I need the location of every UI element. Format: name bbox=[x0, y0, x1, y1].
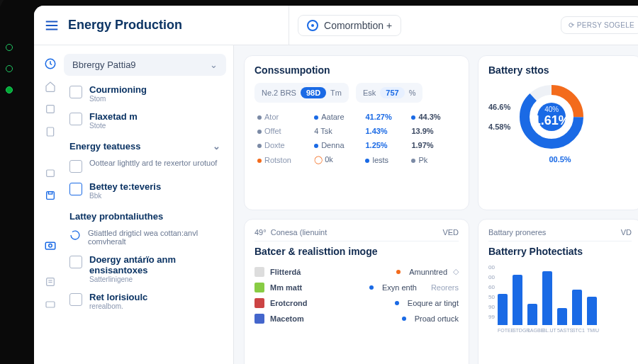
chevron-down-icon: ⌄ bbox=[213, 141, 220, 152]
consumption-table: AtorAatare41.27%44.3% Offet4 Tsk1.43%13.… bbox=[254, 110, 459, 167]
menu-icon[interactable] bbox=[44, 18, 60, 33]
x-tick: TMIU bbox=[587, 328, 598, 333]
card-title: Batterry Photectiats bbox=[488, 246, 632, 257]
page-title: Energy Production bbox=[68, 18, 182, 33]
home-icon[interactable] bbox=[43, 79, 57, 93]
sidebar-item[interactable]: Bettey te:teverisBbk bbox=[64, 177, 226, 204]
sidebar-group-energy-teatuess[interactable]: Energy teatuess ⌄ bbox=[64, 134, 226, 154]
svg-rect-5 bbox=[47, 127, 53, 136]
chevron-down-icon: ⌄ bbox=[210, 59, 218, 70]
sidebar-item[interactable]: Oottear lighttly ard te rexertor urotuof bbox=[64, 154, 226, 177]
item-icon bbox=[69, 293, 82, 306]
table-row: AtorAatare41.27%44.3% bbox=[254, 110, 459, 124]
svg-rect-4 bbox=[47, 106, 55, 113]
svg-point-10 bbox=[49, 244, 52, 248]
x-tick: 5ASTS bbox=[557, 328, 569, 333]
flag-icon bbox=[254, 283, 264, 292]
bar bbox=[527, 304, 537, 325]
battery-left-val: 46.6% bbox=[488, 103, 510, 111]
item-icon bbox=[69, 86, 82, 98]
batcer-realisation-card: 49° Conesa (lienuint VED Batcer & realis… bbox=[244, 219, 469, 365]
bar bbox=[572, 290, 582, 325]
svg-rect-11 bbox=[47, 278, 55, 286]
pill-value: 98D bbox=[301, 87, 326, 98]
consumption-card: Conssumpotion Ne.2 BRS 98D Tm Esk 757 % bbox=[244, 55, 469, 210]
flag-icon bbox=[254, 314, 264, 324]
pill-group-a[interactable]: Ne.2 BRS 98D Tm bbox=[254, 83, 349, 103]
bar bbox=[557, 308, 567, 325]
battery-status-card: Battery sttos 46.6%4.58% 40% 1.61% bbox=[478, 55, 638, 210]
item-icon bbox=[69, 160, 82, 173]
list-row[interactable]: Mm mattExyn enthReorers bbox=[254, 280, 459, 295]
main-content: Conssumpotion Ne.2 BRS 98D Tm Esk 757 % bbox=[234, 45, 638, 364]
refresh-icon bbox=[69, 229, 81, 241]
sidebar-group-energy-pattia[interactable]: Bbrergy Pattia9 ⌄ bbox=[64, 54, 226, 76]
sub-right[interactable]: VED bbox=[442, 228, 459, 237]
list-row[interactable]: MacetomProad ortuck bbox=[254, 311, 459, 326]
card-title: Batcer & realisttion imoge bbox=[254, 246, 459, 257]
list-row[interactable]: ErotcrondEoqure ar tingt bbox=[254, 295, 459, 311]
table-row: Offet4 Tsk1.43%13.9% bbox=[254, 124, 459, 138]
sub-right[interactable]: VD bbox=[621, 228, 632, 237]
battery-photectiats-card: Battary proneres VD Batterry Photectiats… bbox=[478, 219, 638, 365]
bar bbox=[513, 275, 522, 324]
item-icon bbox=[69, 256, 82, 268]
svg-rect-14 bbox=[46, 302, 55, 307]
clock-icon[interactable] bbox=[43, 57, 57, 71]
table-row: Rotston◯ 0klestsPk bbox=[254, 152, 459, 167]
bar bbox=[542, 271, 552, 325]
camera-icon[interactable] bbox=[43, 238, 57, 252]
table-row: DoxteDenna1.25%1.97% bbox=[254, 138, 459, 152]
sidebar-item[interactable]: CourmioningStom bbox=[64, 80, 226, 107]
bar bbox=[587, 297, 597, 324]
sidebar-item[interactable]: Doergy antárïo anm ensisantoxesSatterlin… bbox=[64, 250, 226, 288]
panel-icon[interactable] bbox=[43, 102, 57, 116]
list-row[interactable]: FlitterdáAmunntred◇ bbox=[254, 264, 459, 280]
x-tick: STC1 bbox=[572, 328, 583, 333]
app-header: Energy Production Comormbtion + ⟳ PERSY … bbox=[34, 6, 638, 45]
pill-group-b[interactable]: Esk 757 % bbox=[356, 83, 422, 103]
x-tick: FOTEE bbox=[498, 328, 509, 333]
target-icon bbox=[307, 20, 318, 31]
sidebar-item[interactable]: Gtiattled drigticl wea cottan:anvl comvh… bbox=[64, 224, 226, 250]
list-icon[interactable] bbox=[43, 275, 57, 289]
commorbtion-button[interactable]: Comormbtion + bbox=[298, 15, 401, 36]
svg-rect-8 bbox=[48, 192, 52, 194]
item-icon bbox=[69, 183, 82, 195]
bar bbox=[498, 294, 508, 324]
sidebar-item[interactable]: Ret lorisioulcrerealbom. bbox=[64, 288, 226, 314]
battery-donut: 40% 1.61% bbox=[517, 83, 586, 151]
sidebar-group-label: Bbrergy Pattia9 bbox=[72, 59, 136, 70]
item-icon bbox=[69, 113, 82, 125]
bar-chart bbox=[498, 268, 598, 325]
card-title: Battery sttos bbox=[488, 64, 632, 76]
flag-icon bbox=[254, 298, 264, 308]
x-tick: STDGR bbox=[513, 328, 524, 333]
source-button[interactable]: ⟳ PERSY SOGELE bbox=[561, 16, 638, 34]
sidebar-section-lattey: Lattey probntaliuthes bbox=[64, 204, 226, 224]
sidebar: Bbrergy Pattia9 ⌄ CourmioningStom Flaxet… bbox=[34, 45, 234, 364]
card-icon[interactable] bbox=[43, 297, 57, 312]
battery-below-val: 00.5% bbox=[488, 155, 632, 164]
doc-icon[interactable] bbox=[43, 125, 57, 139]
commorbtion-label: Comormbtion + bbox=[324, 20, 392, 31]
save-icon[interactable] bbox=[43, 188, 57, 203]
battery-right-val: 4.58% bbox=[488, 123, 510, 131]
svg-rect-7 bbox=[47, 192, 55, 200]
sidebar-item[interactable]: Flaxetad mStote bbox=[64, 107, 226, 134]
svg-rect-9 bbox=[45, 242, 55, 249]
box-icon[interactable] bbox=[43, 166, 57, 180]
x-tick: 1AGBE bbox=[527, 328, 539, 333]
svg-rect-6 bbox=[47, 170, 55, 176]
flag-icon bbox=[254, 267, 264, 277]
x-tick: BL.UT bbox=[542, 328, 554, 333]
pill-value: 757 bbox=[380, 87, 404, 98]
card-title: Conssumpotion bbox=[254, 64, 459, 76]
